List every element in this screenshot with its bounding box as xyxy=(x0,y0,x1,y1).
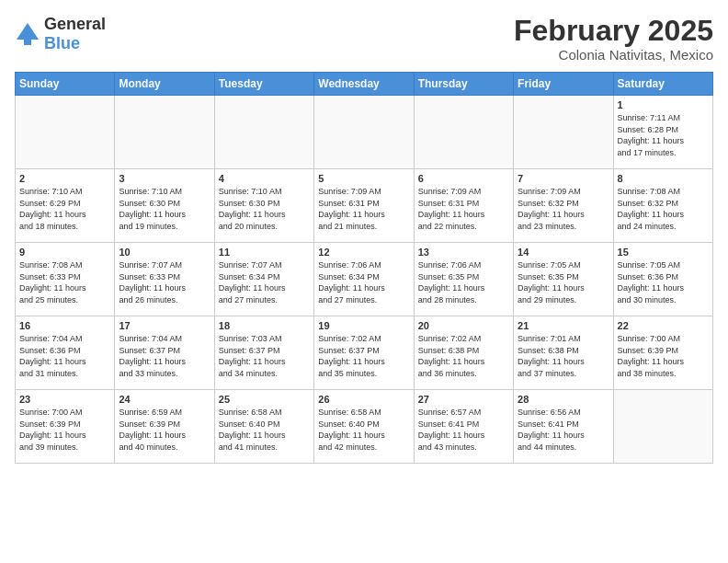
calendar-cell: 25Sunrise: 6:58 AMSunset: 6:40 PMDayligh… xyxy=(214,390,313,464)
calendar-cell: 2Sunrise: 7:10 AMSunset: 6:29 PMDaylight… xyxy=(16,169,115,243)
weekday-header-row: SundayMondayTuesdayWednesdayThursdayFrid… xyxy=(16,73,713,96)
day-info: Sunrise: 7:10 AMSunset: 6:30 PMDaylight:… xyxy=(219,186,310,232)
weekday-header-sunday: Sunday xyxy=(16,73,115,96)
day-number: 11 xyxy=(219,247,310,258)
day-number: 14 xyxy=(518,247,609,258)
day-info: Sunrise: 6:58 AMSunset: 6:40 PMDaylight:… xyxy=(219,407,310,453)
weekday-header-tuesday: Tuesday xyxy=(214,73,313,96)
calendar-cell xyxy=(314,96,414,169)
logo-icon xyxy=(15,21,40,47)
location-title: Colonia Nativitas, Mexico xyxy=(514,47,713,63)
day-number: 16 xyxy=(19,320,110,331)
day-info: Sunrise: 7:10 AMSunset: 6:29 PMDaylight:… xyxy=(19,186,110,232)
calendar-cell xyxy=(514,96,613,169)
day-info: Sunrise: 6:58 AMSunset: 6:40 PMDaylight:… xyxy=(318,407,409,453)
day-number: 28 xyxy=(518,394,609,405)
day-info: Sunrise: 7:10 AMSunset: 6:30 PMDaylight:… xyxy=(119,186,210,232)
day-number: 8 xyxy=(618,173,709,184)
day-number: 6 xyxy=(418,173,509,184)
week-row-1: 1Sunrise: 7:11 AMSunset: 6:28 PMDaylight… xyxy=(16,96,713,169)
calendar-cell: 19Sunrise: 7:02 AMSunset: 6:37 PMDayligh… xyxy=(314,316,414,390)
calendar-cell: 4Sunrise: 7:10 AMSunset: 6:30 PMDaylight… xyxy=(214,169,313,243)
month-title: February 2025 xyxy=(514,15,713,47)
day-info: Sunrise: 7:09 AMSunset: 6:31 PMDaylight:… xyxy=(418,186,509,232)
day-number: 19 xyxy=(318,320,409,331)
calendar-cell: 12Sunrise: 7:06 AMSunset: 6:34 PMDayligh… xyxy=(314,243,414,316)
day-number: 20 xyxy=(418,320,509,331)
calendar-cell: 24Sunrise: 6:59 AMSunset: 6:39 PMDayligh… xyxy=(115,390,214,464)
day-info: Sunrise: 7:08 AMSunset: 6:33 PMDaylight:… xyxy=(19,259,110,305)
calendar-cell xyxy=(414,96,513,169)
calendar-cell: 9Sunrise: 7:08 AMSunset: 6:33 PMDaylight… xyxy=(16,243,115,316)
day-info: Sunrise: 7:00 AMSunset: 6:39 PMDaylight:… xyxy=(19,407,110,453)
calendar-cell: 5Sunrise: 7:09 AMSunset: 6:31 PMDaylight… xyxy=(314,169,414,243)
day-info: Sunrise: 7:07 AMSunset: 6:34 PMDaylight:… xyxy=(219,259,310,305)
day-info: Sunrise: 7:11 AMSunset: 6:28 PMDaylight:… xyxy=(618,112,709,158)
day-info: Sunrise: 7:02 AMSunset: 6:38 PMDaylight:… xyxy=(418,333,509,379)
day-number: 12 xyxy=(318,247,409,258)
calendar-cell xyxy=(613,390,712,464)
calendar-cell: 20Sunrise: 7:02 AMSunset: 6:38 PMDayligh… xyxy=(414,316,513,390)
title-block: February 2025 Colonia Nativitas, Mexico xyxy=(514,15,713,63)
day-number: 27 xyxy=(418,394,509,405)
calendar-cell xyxy=(16,96,115,169)
day-info: Sunrise: 7:08 AMSunset: 6:32 PMDaylight:… xyxy=(618,186,709,232)
day-info: Sunrise: 7:09 AMSunset: 6:32 PMDaylight:… xyxy=(518,186,609,232)
day-info: Sunrise: 7:02 AMSunset: 6:37 PMDaylight:… xyxy=(318,333,409,379)
day-number: 22 xyxy=(618,320,709,331)
calendar-cell: 1Sunrise: 7:11 AMSunset: 6:28 PMDaylight… xyxy=(613,96,712,169)
calendar-cell: 6Sunrise: 7:09 AMSunset: 6:31 PMDaylight… xyxy=(414,169,513,243)
calendar-cell: 7Sunrise: 7:09 AMSunset: 6:32 PMDaylight… xyxy=(514,169,613,243)
day-info: Sunrise: 6:57 AMSunset: 6:41 PMDaylight:… xyxy=(418,407,509,453)
day-number: 18 xyxy=(219,320,310,331)
day-number: 13 xyxy=(418,247,509,258)
day-info: Sunrise: 6:59 AMSunset: 6:39 PMDaylight:… xyxy=(119,407,210,453)
day-info: Sunrise: 7:00 AMSunset: 6:39 PMDaylight:… xyxy=(618,333,709,379)
day-info: Sunrise: 7:01 AMSunset: 6:38 PMDaylight:… xyxy=(518,333,609,379)
day-number: 7 xyxy=(518,173,609,184)
day-number: 1 xyxy=(618,99,709,110)
calendar-cell: 23Sunrise: 7:00 AMSunset: 6:39 PMDayligh… xyxy=(16,390,115,464)
day-info: Sunrise: 7:06 AMSunset: 6:34 PMDaylight:… xyxy=(318,259,409,305)
weekday-header-saturday: Saturday xyxy=(613,73,712,96)
svg-rect-1 xyxy=(24,40,31,45)
weekday-header-wednesday: Wednesday xyxy=(314,73,414,96)
page-header: General Blue February 2025 Colonia Nativ… xyxy=(15,15,713,63)
calendar-cell: 27Sunrise: 6:57 AMSunset: 6:41 PMDayligh… xyxy=(414,390,513,464)
calendar-cell: 22Sunrise: 7:00 AMSunset: 6:39 PMDayligh… xyxy=(613,316,712,390)
day-info: Sunrise: 7:05 AMSunset: 6:35 PMDaylight:… xyxy=(518,259,609,305)
day-number: 3 xyxy=(119,173,210,184)
day-number: 15 xyxy=(618,247,709,258)
calendar-cell: 8Sunrise: 7:08 AMSunset: 6:32 PMDaylight… xyxy=(613,169,712,243)
calendar-cell: 17Sunrise: 7:04 AMSunset: 6:37 PMDayligh… xyxy=(115,316,214,390)
day-info: Sunrise: 7:09 AMSunset: 6:31 PMDaylight:… xyxy=(318,186,409,232)
week-row-3: 9Sunrise: 7:08 AMSunset: 6:33 PMDaylight… xyxy=(16,243,713,316)
week-row-4: 16Sunrise: 7:04 AMSunset: 6:36 PMDayligh… xyxy=(16,316,713,390)
logo-blue: Blue xyxy=(44,34,80,52)
calendar-cell: 26Sunrise: 6:58 AMSunset: 6:40 PMDayligh… xyxy=(314,390,414,464)
calendar-cell: 16Sunrise: 7:04 AMSunset: 6:36 PMDayligh… xyxy=(16,316,115,390)
day-number: 9 xyxy=(19,247,110,258)
day-info: Sunrise: 6:56 AMSunset: 6:41 PMDaylight:… xyxy=(518,407,609,453)
weekday-header-thursday: Thursday xyxy=(414,73,513,96)
calendar-cell xyxy=(115,96,214,169)
calendar-cell: 18Sunrise: 7:03 AMSunset: 6:37 PMDayligh… xyxy=(214,316,313,390)
logo: General Blue xyxy=(15,15,106,53)
week-row-2: 2Sunrise: 7:10 AMSunset: 6:29 PMDaylight… xyxy=(16,169,713,243)
day-info: Sunrise: 7:06 AMSunset: 6:35 PMDaylight:… xyxy=(418,259,509,305)
calendar-cell: 14Sunrise: 7:05 AMSunset: 6:35 PMDayligh… xyxy=(514,243,613,316)
day-info: Sunrise: 7:07 AMSunset: 6:33 PMDaylight:… xyxy=(119,259,210,305)
calendar-cell: 3Sunrise: 7:10 AMSunset: 6:30 PMDaylight… xyxy=(115,169,214,243)
day-number: 23 xyxy=(19,394,110,405)
day-number: 17 xyxy=(119,320,210,331)
day-number: 5 xyxy=(318,173,409,184)
day-number: 2 xyxy=(19,173,110,184)
calendar-cell xyxy=(214,96,313,169)
day-number: 24 xyxy=(119,394,210,405)
weekday-header-friday: Friday xyxy=(514,73,613,96)
week-row-5: 23Sunrise: 7:00 AMSunset: 6:39 PMDayligh… xyxy=(16,390,713,464)
day-number: 4 xyxy=(219,173,310,184)
calendar-table: SundayMondayTuesdayWednesdayThursdayFrid… xyxy=(15,72,713,464)
day-info: Sunrise: 7:03 AMSunset: 6:37 PMDaylight:… xyxy=(219,333,310,379)
day-number: 10 xyxy=(119,247,210,258)
